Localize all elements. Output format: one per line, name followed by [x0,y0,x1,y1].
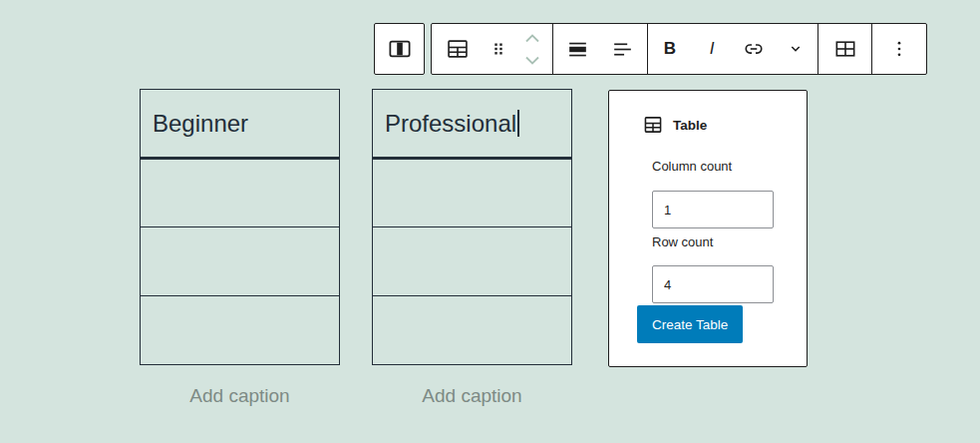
toolbar-group-options [872,24,926,74]
table-cell-empty[interactable] [141,159,340,227]
caption-placeholder[interactable]: Add caption [372,385,572,407]
cell-text: Professional [385,110,516,137]
table-cell-empty[interactable] [373,159,572,227]
link-icon [741,36,767,62]
chevron-down-icon [522,54,542,67]
align-text-left-icon [610,37,635,62]
row-count-label: Row count [652,234,713,249]
panel-title: Table [673,118,707,133]
table-setup-panel: Table Column count Row count Create Tabl… [608,90,808,367]
table-block-professional: Professional [372,89,572,365]
text-caret [517,110,519,137]
table-row: Beginner [141,90,340,159]
block-toolbar: B I [431,23,927,75]
table-cell-empty[interactable] [373,296,572,365]
table-cell-empty[interactable] [373,227,572,296]
table-row [141,227,340,296]
chevron-up-icon [522,32,542,45]
column-block-icon [386,35,414,63]
chevron-down-icon [784,37,808,61]
link-button[interactable] [734,26,774,72]
bold-button[interactable]: B [650,26,690,72]
block-editor-canvas: B I [0,0,980,443]
edit-table-icon [832,36,858,62]
table-block-icon [642,114,664,136]
kebab-vertical-icon [887,37,911,61]
align-button[interactable] [558,26,598,72]
create-table-button[interactable]: Create Table [637,305,743,343]
caption-placeholder[interactable]: Add caption [140,385,340,407]
edit-table-button[interactable] [825,26,865,72]
toolbar-group-mover [432,24,553,74]
toolbar-parent-segment [374,23,425,75]
more-formats-button[interactable] [776,26,816,72]
table-row [373,159,572,227]
table-row [373,296,572,365]
table-block-beginner: Beginner [140,89,340,365]
table-row: Professional [373,90,572,159]
row-count-input[interactable] [652,265,774,303]
table-block-type-button[interactable] [438,26,478,72]
toolbar-group-align [553,24,648,74]
table-row [141,159,340,227]
table-cell-empty[interactable] [141,227,340,296]
bold-icon: B [664,39,676,59]
options-button[interactable] [879,26,919,72]
table-cell-empty[interactable] [141,296,340,365]
drag-handle-icon [488,38,509,60]
column-count-input[interactable] [652,191,774,228]
italic-button[interactable]: I [692,26,732,72]
italic-icon: I [710,39,715,59]
table-block-icon [445,36,471,62]
table-row [373,227,572,296]
drag-handle[interactable] [485,26,512,72]
move-up-button[interactable] [518,28,546,48]
panel-title-row: Table [642,114,707,136]
text-align-button[interactable] [602,26,642,72]
toolbar-group-edit-table [818,24,872,74]
block-movers [518,26,546,72]
table-cell-header[interactable]: Beginner [141,90,340,159]
toolbar-group-format: B I [648,24,818,74]
select-parent-column-button[interactable] [380,26,420,72]
table-cell-header-editing[interactable]: Professional [373,90,572,159]
column-count-label: Column count [652,159,732,174]
table-row [141,296,340,365]
move-down-button[interactable] [518,50,546,70]
align-none-icon [565,37,590,62]
